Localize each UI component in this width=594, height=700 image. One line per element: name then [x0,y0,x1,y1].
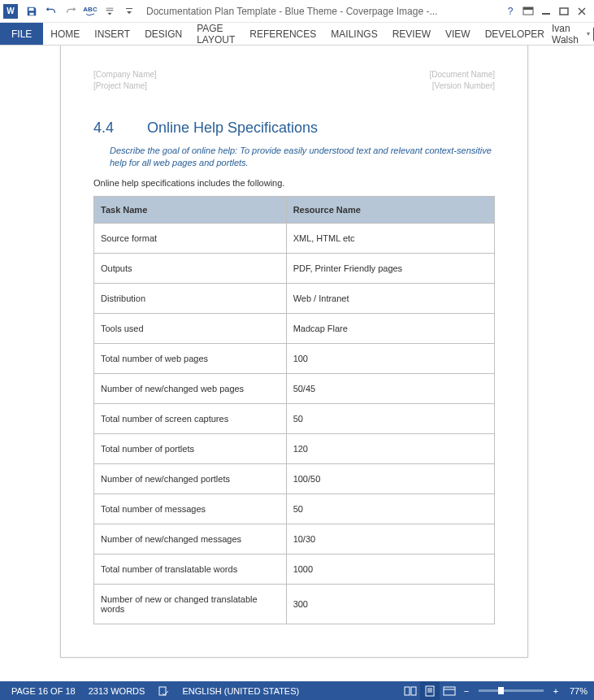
tab-developer[interactable]: DEVELOPER [478,23,552,45]
page[interactable]: [Company Name] [Project Name] [Document … [60,46,528,658]
window-title: Documentation Plan Template - Blue Theme… [138,6,501,17]
cell-task: Source format [94,223,287,253]
tab-view[interactable]: VIEW [438,23,478,45]
zoom-level[interactable]: 77% [563,686,589,696]
save-icon[interactable] [23,2,41,20]
customize-qat-icon[interactable] [101,2,119,20]
tab-design[interactable]: DESIGN [137,23,189,45]
status-bar: PAGE 16 OF 18 2313 WORDS ENGLISH (UNITED… [0,681,594,700]
read-mode-icon[interactable] [401,681,420,700]
cell-task: Total number of screen captures [94,403,287,433]
cell-task: Tools used [94,313,287,343]
cell-resource: PDF, Printer Friendly pages [286,253,494,283]
table-row: Number of new/changed portlets100/50 [94,463,495,493]
user-dropdown-icon: ▾ [587,30,590,37]
minimize-icon[interactable] [537,2,555,20]
cell-resource: 50/45 [286,373,494,403]
table-row: Number of new/changed messages10/30 [94,524,495,554]
table-header-resource: Resource Name [286,196,494,223]
page-header: [Company Name] [Project Name] [Document … [93,69,495,92]
cell-task: Number of new/changed portlets [94,463,287,493]
redo-icon[interactable] [62,2,80,20]
table-row: Tools usedMadcap Flare [94,313,495,343]
window-controls: ? [501,2,591,20]
section-number: 4.4 [93,120,123,137]
ribbon-tabs: FILE HOMEINSERTDESIGNPAGE LAYOUTREFERENC… [0,23,594,46]
header-company: [Company Name] [93,69,157,80]
status-words[interactable]: 2313 WORDS [82,686,152,696]
section-description: Describe the goal of online help: To pro… [110,145,495,170]
header-version: [Version Number] [429,80,495,92]
tab-references[interactable]: REFERENCES [242,23,323,45]
cell-task: Distribution [94,283,287,313]
tab-home[interactable]: HOME [43,23,87,45]
table-header-task: Task Name [94,196,287,223]
cell-task: Total number of translatable words [94,554,287,584]
cell-resource: Web / Intranet [286,283,494,313]
file-tab[interactable]: FILE [0,23,43,45]
cell-resource: 300 [286,584,494,624]
status-page[interactable]: PAGE 16 OF 18 [5,686,82,696]
svg-rect-11 [444,687,455,695]
quick-access-toolbar: W ABC [3,2,138,20]
help-icon[interactable]: ? [501,2,519,20]
zoom-slider[interactable] [479,689,544,692]
spellcheck-icon[interactable]: ABC [81,2,99,20]
qat-dropdown-icon[interactable] [120,2,138,20]
status-language[interactable]: ENGLISH (UNITED STATES) [176,686,306,696]
table-row: Number of new/changed web pages50/45 [94,373,495,403]
specifications-table: Task Name Resource Name Source formatXML… [93,196,495,624]
header-project: [Project Name] [93,80,157,92]
cell-resource: 1000 [286,554,494,584]
print-layout-icon[interactable] [420,681,440,700]
cell-resource: Madcap Flare [286,313,494,343]
status-proofing-icon[interactable] [151,685,176,697]
word-app-icon[interactable]: W [3,4,18,19]
web-layout-icon[interactable] [440,681,459,700]
undo-icon[interactable] [42,2,60,20]
zoom-slider-thumb[interactable] [498,687,504,694]
table-row: OutputsPDF, Printer Friendly pages [94,253,495,283]
header-document: [Document Name] [429,69,495,80]
svg-rect-6 [411,687,416,695]
cell-task: Number of new/changed web pages [94,373,287,403]
maximize-icon[interactable] [555,2,573,20]
cell-task: Outputs [94,253,287,283]
user-account[interactable]: Ivan Walsh ▾ K [552,23,594,45]
cell-task: Total number of portlets [94,433,287,463]
close-icon[interactable] [573,2,591,20]
zoom-in-icon[interactable]: + [548,681,563,700]
table-row: Source formatXML, HTML etc [94,223,495,253]
tab-review[interactable]: REVIEW [385,23,438,45]
table-row: Total number of translatable words1000 [94,554,495,584]
svg-rect-5 [405,687,410,695]
ribbon-display-icon[interactable] [519,2,537,20]
cell-resource: 50 [286,403,494,433]
title-bar: W ABC Documentation Plan Template - Blue… [0,0,594,23]
section-title: Online Help Specifications [147,120,318,137]
svg-rect-2 [542,13,550,15]
cell-resource: 100/50 [286,463,494,493]
user-name: Ivan Walsh [552,23,583,46]
table-row: Total number of portlets120 [94,433,495,463]
cell-task: Total number of messages [94,493,287,524]
section-heading: 4.4 Online Help Specifications [93,120,495,137]
svg-rect-3 [560,8,568,15]
cell-resource: 10/30 [286,524,494,554]
svg-rect-1 [523,7,533,10]
table-row: DistributionWeb / Intranet [94,283,495,313]
zoom-out-icon[interactable]: − [459,681,474,700]
cell-resource: 120 [286,433,494,463]
table-row: Number of new or changed translatable wo… [94,584,495,624]
tab-insert[interactable]: INSERT [87,23,137,45]
tab-page-layout[interactable]: PAGE LAYOUT [189,23,242,45]
cell-task: Number of new/changed messages [94,524,287,554]
svg-rect-7 [426,686,434,696]
document-area[interactable]: [Company Name] [Project Name] [Document … [0,46,594,681]
cell-resource: XML, HTML etc [286,223,494,253]
tab-mailings[interactable]: MAILINGS [323,23,384,45]
table-row: Total number of messages50 [94,493,495,524]
cell-task: Number of new or changed translatable wo… [94,584,287,624]
cell-resource: 100 [286,343,494,373]
table-row: Total number of screen captures50 [94,403,495,433]
